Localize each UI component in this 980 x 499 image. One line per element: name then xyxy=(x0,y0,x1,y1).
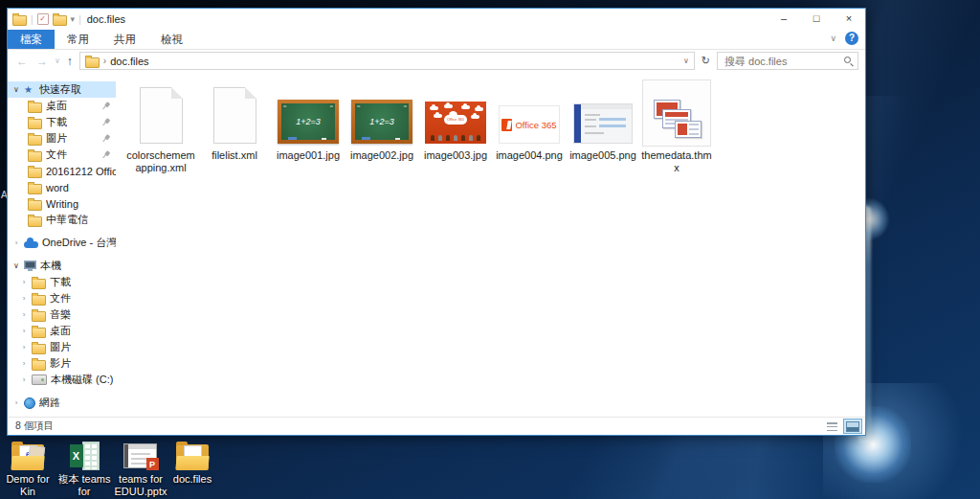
chevron-collapsed-icon[interactable]: › xyxy=(20,343,28,352)
help-icon[interactable]: ? xyxy=(845,32,858,45)
back-button[interactable]: ← xyxy=(14,55,30,68)
up-button[interactable]: ↑ xyxy=(65,55,75,68)
file-name: image002.jpg xyxy=(350,149,413,162)
folder-icon xyxy=(32,360,46,371)
sidebar-item-quick-access[interactable]: ∨ ★ 快速存取 xyxy=(8,81,116,98)
search-input[interactable] xyxy=(723,55,841,68)
chalk xyxy=(322,138,326,140)
sidebar-item-word[interactable]: word xyxy=(8,179,116,195)
window-folder-icon xyxy=(12,15,27,26)
sidebar-item-pc-music[interactable]: › 音樂 xyxy=(8,306,116,323)
chevron-collapsed-icon[interactable]: › xyxy=(20,375,28,384)
sidebar-item-network[interactable]: › 網路 xyxy=(8,395,116,411)
sidebar-item-pc-downloads[interactable]: › 下載 xyxy=(8,274,116,290)
thumbnails-view-button[interactable] xyxy=(843,419,862,434)
caption-buttons: – □ × xyxy=(768,9,865,30)
file-tile-image003[interactable]: Office 365 image003.jpg xyxy=(419,79,492,162)
details-view-button[interactable] xyxy=(822,419,841,434)
sidebar-item-pictures[interactable]: 圖片 xyxy=(8,130,116,147)
chevron-collapsed-icon[interactable]: › xyxy=(20,294,28,303)
sidebar-item-pc-desktop[interactable]: › 桌面 xyxy=(8,323,116,339)
thumbnails-view-icon xyxy=(846,421,859,432)
tab-file[interactable]: 檔案 xyxy=(8,30,55,49)
search-box[interactable] xyxy=(717,52,858,70)
address-bar[interactable]: › doc.files ∨ xyxy=(79,52,695,70)
title-bar: | ✓ ▾ | doc.files – □ × xyxy=(8,9,865,30)
navigation-bar: ← → ∨ ↑ › doc.files ∨ ↻ xyxy=(8,50,865,72)
chevron-collapsed-icon[interactable]: › xyxy=(12,398,20,407)
close-button[interactable]: × xyxy=(833,9,865,30)
sidebar-item-pc-videos[interactable]: › 影片 xyxy=(8,355,116,372)
folder-icon xyxy=(28,168,42,178)
sidebar-item-onedrive[interactable]: › OneDrive - 台灣微軟 xyxy=(8,235,116,251)
tab-share[interactable]: 共用 xyxy=(101,30,148,49)
items-count: 8 個項目 xyxy=(15,420,54,433)
chevron-collapsed-icon[interactable]: › xyxy=(20,310,28,319)
desktop-icon-teams-xlsx[interactable]: X 複本 teams for EDU.XLSX xyxy=(54,438,115,499)
forward-button[interactable]: → xyxy=(34,55,50,68)
powerpoint-p-badge: P xyxy=(146,458,159,470)
chevron-collapsed-icon[interactable]: › xyxy=(20,278,28,286)
network-globe-icon xyxy=(24,397,35,409)
desktop-icon-teams-pptx[interactable]: P teams for EDUU.pptx xyxy=(115,438,167,499)
file-list: colorschememapping.xml filelist.xml 1+2=… xyxy=(116,72,865,417)
refresh-icon[interactable]: ↻ xyxy=(700,55,712,67)
sidebar-item-pc-documents[interactable]: › 文件 xyxy=(8,290,116,306)
customize-qat-dropdown-icon[interactable]: ▾ xyxy=(71,14,76,24)
file-tile-image002[interactable]: 1+2=3 image002.jpg xyxy=(345,79,418,162)
office-theme-icon xyxy=(649,100,704,144)
address-folder-icon xyxy=(85,57,100,68)
pin-icon xyxy=(100,148,112,161)
minimize-button[interactable]: – xyxy=(768,9,800,30)
chalk-text: 1+2=3 xyxy=(296,117,321,126)
folder-icon xyxy=(28,135,42,146)
desktop-icon-row: e Demo for Kin X 複本 teams for EDU.XLSX P… xyxy=(2,438,218,499)
file-tile-image001[interactable]: 1+2=3 image001.jpg xyxy=(272,79,345,162)
sidebar-item-cht[interactable]: 中華電信 xyxy=(8,212,116,228)
desktop-icon-demo-for-kin[interactable]: e Demo for Kin xyxy=(2,438,54,499)
address-dropdown-icon[interactable]: ∨ xyxy=(683,57,689,65)
file-tile-filelist[interactable]: filelist.xml xyxy=(198,79,271,162)
view-toggles xyxy=(822,419,862,434)
quick-access-star-icon: ★ xyxy=(24,84,35,95)
maximize-button[interactable]: □ xyxy=(800,9,833,30)
folder-icon xyxy=(28,151,42,162)
sidebar-item-desktop[interactable]: 桌面 xyxy=(8,98,116,114)
file-name: colorschememapping.xml xyxy=(124,149,197,174)
expand-ribbon-icon[interactable]: ∨ xyxy=(830,34,836,43)
chevron-expanded-icon[interactable]: ∨ xyxy=(12,85,20,94)
chalkboard-thumbnail: 1+2=3 xyxy=(351,100,412,144)
sidebar-item-office-folder[interactable]: 20161212 Office 20 xyxy=(8,163,116,179)
new-folder-icon[interactable] xyxy=(53,15,67,26)
sidebar-item-documents[interactable]: 文件 xyxy=(8,147,116,163)
folder-icon xyxy=(28,184,42,194)
recent-locations-dropdown-icon[interactable]: ∨ xyxy=(55,57,60,65)
sidebar-item-this-pc[interactable]: ∨ 本機 xyxy=(8,258,116,274)
tab-home[interactable]: 常用 xyxy=(55,30,101,49)
tab-view[interactable]: 檢視 xyxy=(148,30,195,49)
file-tile-image005[interactable]: image005.png xyxy=(567,79,639,162)
xml-document-icon xyxy=(213,87,256,144)
folder-icon xyxy=(32,328,46,338)
file-name: image003.jpg xyxy=(424,149,487,162)
chevron-collapsed-icon[interactable]: › xyxy=(12,238,20,247)
folder-icon xyxy=(28,200,42,211)
chevron-expanded-icon[interactable]: ∨ xyxy=(12,261,20,270)
file-tile-image004[interactable]: Office 365 image004.png xyxy=(493,79,566,162)
sidebar-item-downloads[interactable]: 下載 xyxy=(8,114,116,130)
breadcrumb[interactable]: doc.files xyxy=(110,56,148,67)
chevron-collapsed-icon[interactable]: › xyxy=(20,327,28,335)
file-tile-colorschememapping[interactable]: colorschememapping.xml xyxy=(124,79,197,174)
sidebar-item-pc-pictures[interactable]: › 圖片 xyxy=(8,339,116,355)
chevron-collapsed-icon[interactable]: › xyxy=(20,359,28,368)
computer-icon xyxy=(24,261,36,269)
folder-icon xyxy=(28,102,42,113)
sidebar-item-local-disk-c[interactable]: › 本機磁碟 (C:) xyxy=(8,372,116,388)
separator: | xyxy=(78,14,81,25)
sidebar-item-writing[interactable]: Writing xyxy=(8,195,116,212)
desktop-icon-doc-files[interactable]: doc.files xyxy=(167,438,218,499)
properties-checkbox-icon[interactable]: ✓ xyxy=(37,13,49,25)
file-tile-themedata[interactable]: themedata.thmx xyxy=(640,79,713,174)
folder-icon xyxy=(28,216,42,227)
excel-file-icon: X xyxy=(70,442,100,470)
